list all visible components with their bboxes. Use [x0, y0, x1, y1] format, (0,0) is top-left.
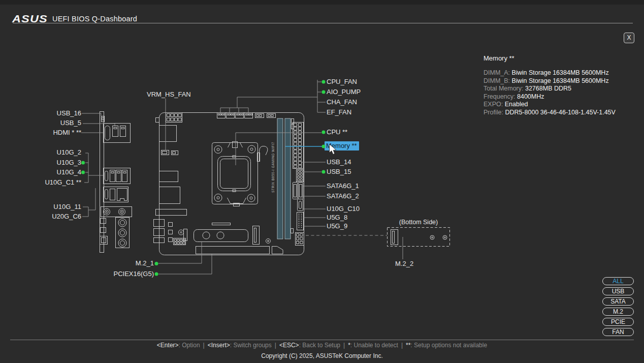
filter-button-sata[interactable]: SATA	[602, 297, 634, 306]
info-row: DIMM_A: Biwin Storage 16384MB 5600MHz	[484, 69, 642, 77]
info-row: Frequency: 8400MHz	[484, 93, 642, 101]
hint-key: **	[406, 342, 410, 349]
info-value: Biwin Storage 16384MB 5600MHz	[512, 69, 609, 76]
sata-ports	[293, 183, 303, 199]
board-label-u10g-11[interactable]: U10G_11	[53, 203, 81, 211]
board-label-u10g-3[interactable]: U10G_3	[57, 159, 81, 167]
board-label-usb-15[interactable]: USB_15	[327, 168, 351, 176]
status-dot	[322, 170, 326, 174]
hint-separator: |	[275, 342, 276, 349]
board-label-aio-pump[interactable]: AIO_PUMP	[327, 88, 361, 96]
board-label-ef-fan[interactable]: EF_FAN	[327, 108, 351, 116]
hdmi-port	[105, 126, 110, 140]
front-panel-header	[291, 213, 304, 246]
usbc-internal-header	[298, 199, 303, 211]
socket-retention-arm	[260, 146, 268, 162]
usb-internal-header	[297, 170, 304, 182]
hint-key: <Insert>	[208, 342, 230, 349]
atx-power-connector	[293, 123, 304, 169]
rear-io-panel	[100, 112, 132, 253]
info-row: Total Memory: 32768MB DDR5	[484, 85, 642, 93]
board-label-sata6g-1[interactable]: SATA6G_1	[327, 182, 359, 190]
board-label-u10g-c10[interactable]: U10G_C10	[327, 205, 360, 213]
hint-separator: |	[203, 342, 205, 349]
board-label-vrm-hs-fan[interactable]: VRM_HS_FAN	[147, 90, 191, 99]
info-row: Profile: DDR5-8000 36-46-46-108-1.45V-1.…	[484, 109, 642, 117]
info-value: DDR5-8000 36-46-46-108-1.45V-1.45V	[505, 109, 616, 116]
board-label-sata6g-2[interactable]: SATA6G_2	[327, 192, 359, 200]
usb-c-port	[105, 171, 108, 181]
hint-separator: |	[343, 342, 345, 349]
hint-separator: |	[401, 342, 403, 349]
board-label-pciex16[interactable]: PCIEX16(G5)	[114, 270, 154, 278]
memory-info-rows: DIMM_A: Biwin Storage 16384MB 5600MHzDIM…	[484, 69, 642, 117]
dimm-slot-a	[277, 118, 283, 239]
board-label-u10g-4[interactable]: U10G_4	[57, 168, 81, 176]
leader-lines	[81, 80, 403, 274]
hint-key: <ESC>	[279, 342, 299, 349]
eps-power-connector	[166, 113, 182, 123]
info-label: DIMM_B:	[484, 77, 512, 84]
dimm-slots	[277, 118, 294, 239]
filter-button-usb[interactable]: USB	[602, 287, 634, 295]
status-dot	[322, 90, 326, 94]
board-label-u10g-c1[interactable]: U10G_C1 **	[45, 178, 81, 187]
selected-label-text: Memory **	[325, 141, 359, 150]
status-dot	[155, 273, 158, 276]
info-value: 32768MB DDR5	[525, 85, 571, 92]
dimm-slot-b	[285, 118, 291, 239]
board-label-u20g-c6[interactable]: U20G_C6	[52, 213, 81, 221]
board-label-usb-16[interactable]: USB_16	[57, 109, 81, 117]
board-label-hdmi[interactable]: HDMI * **	[53, 129, 81, 137]
footer-divider	[10, 340, 634, 340]
board-label-u10g-2[interactable]: U10G_2	[57, 148, 81, 157]
memory-info-panel: Memory ** DIMM_A: Biwin Storage 16384MB …	[484, 54, 642, 117]
board-left-connectors	[154, 126, 187, 245]
board-label-u5g-8[interactable]: U5G_8	[327, 214, 347, 222]
footer-hints: <Enter>: Option|<Insert>: Switch groups|…	[0, 342, 644, 349]
info-label: EXPO:	[484, 101, 505, 108]
hint-desc: : Setup options not available	[410, 342, 487, 349]
m2-slot	[194, 223, 271, 245]
board-label-m2-2[interactable]: M.2_2	[395, 260, 413, 268]
info-panel-title: Memory **	[484, 54, 642, 62]
info-value: 8400MHz	[517, 93, 544, 100]
fan-headers	[217, 113, 276, 118]
filter-button-m2[interactable]: M.2	[602, 308, 634, 316]
close-button[interactable]: X	[624, 33, 634, 43]
header-divider	[13, 23, 633, 23]
info-label: DIMM_A:	[484, 69, 512, 76]
status-dot	[322, 131, 326, 134]
hint-desc: : Unable to detect	[350, 342, 398, 349]
hint-desc: : Option	[179, 342, 200, 349]
board-model-text: STRIX B850-I GAMING WIFI7	[271, 142, 275, 193]
board-label-cpu[interactable]: CPU **	[327, 128, 347, 136]
status-dots	[81, 80, 326, 276]
board-label-cpu-fan[interactable]: CPU_FAN	[327, 78, 357, 86]
info-label: Total Memory:	[484, 85, 525, 92]
board-label-cha-fan[interactable]: CHA_FAN	[327, 98, 357, 106]
board-label-memory[interactable]: Memory **	[325, 142, 359, 150]
board-label-m2-1[interactable]: M.2_1	[136, 259, 154, 267]
status-dot	[155, 262, 158, 265]
filter-button-all[interactable]: ALL	[602, 277, 634, 285]
info-label: Frequency:	[484, 93, 517, 100]
bottom-side-caption: (Bottom Side)	[387, 219, 450, 226]
status-dot	[322, 80, 326, 84]
bios-q-dashboard-screen: ASUS UEFI BIOS Q-Dashboard X Memory ** D…	[0, 0, 644, 363]
page-title: UEFI BIOS Q-Dashboard	[52, 15, 137, 23]
filter-button-pcie[interactable]: PCIE	[602, 318, 634, 326]
board-label-u5g-9[interactable]: U5G_9	[327, 222, 347, 230]
bottom-side-module	[388, 228, 450, 247]
board-label-usb-5[interactable]: USB_5	[60, 119, 81, 127]
board-label-usb-14[interactable]: USB_14	[327, 158, 351, 166]
pcie-slot	[196, 247, 283, 254]
lan-port	[117, 189, 127, 201]
copyright-text: Copyright (C) 2025, ASUSTeK Computer Inc…	[0, 352, 644, 359]
board-outline	[156, 113, 304, 255]
info-row: DIMM_B: Biwin Storage 16384MB 5600MHz	[484, 77, 642, 85]
cpu-socket	[212, 142, 268, 206]
filter-button-fan[interactable]: FAN	[602, 328, 634, 336]
info-label: Profile:	[484, 109, 505, 116]
audio-jacks	[116, 218, 130, 248]
